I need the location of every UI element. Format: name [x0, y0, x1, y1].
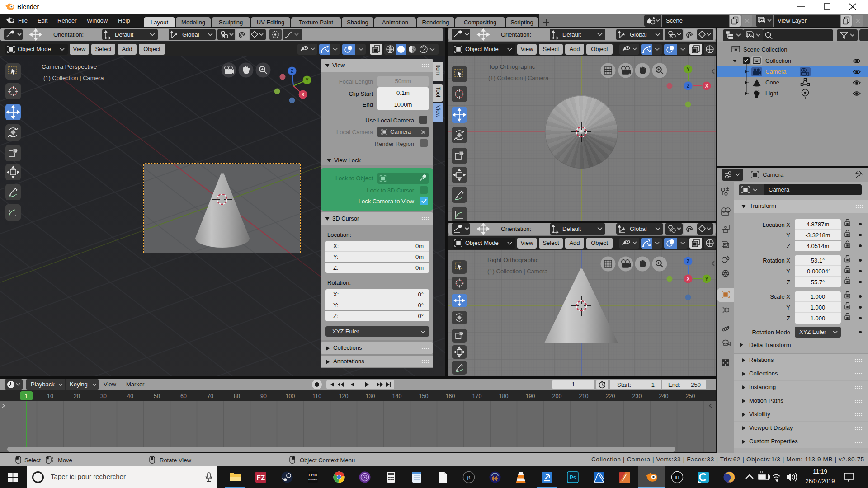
svg-text:Select: Select — [24, 457, 41, 464]
svg-text:80: 80 — [234, 393, 240, 399]
svg-text:X: X — [302, 92, 305, 97]
svg-text:GAMES: GAMES — [308, 478, 317, 481]
svg-text:140: 140 — [392, 393, 402, 399]
svg-text:Rotate View: Rotate View — [160, 457, 191, 464]
svg-text:Top Orthographic: Top Orthographic — [488, 63, 535, 70]
svg-text:Object Context Menu: Object Context Menu — [300, 457, 355, 464]
svg-text:FZ: FZ — [257, 474, 265, 481]
svg-text:90: 90 — [260, 393, 267, 399]
svg-text:Ps: Ps — [570, 474, 576, 481]
svg-text:180: 180 — [499, 393, 509, 399]
svg-text:Move: Move — [58, 457, 72, 464]
svg-text:200: 200 — [552, 393, 562, 399]
svg-text:Z: Z — [291, 69, 293, 74]
svg-text:110: 110 — [312, 393, 321, 399]
svg-text:X: X — [705, 84, 708, 89]
svg-text:20: 20 — [74, 393, 80, 399]
svg-text:250: 250 — [686, 393, 695, 399]
svg-text:Y: Y — [687, 67, 690, 72]
svg-text:Z: Z — [687, 259, 689, 264]
svg-text:(1) Collection | Camera: (1) Collection | Camera — [487, 268, 548, 275]
svg-text:120: 120 — [339, 393, 349, 399]
svg-text:Y: Y — [705, 277, 708, 282]
svg-text:70: 70 — [207, 393, 213, 399]
svg-text:U: U — [675, 474, 679, 481]
svg-text:Camera Perspective: Camera Perspective — [42, 63, 97, 70]
svg-text:160: 160 — [446, 393, 455, 399]
svg-text:Scene Collection: Scene Collection — [743, 46, 788, 53]
svg-text:220: 220 — [606, 393, 615, 399]
svg-text:Camera: Camera — [765, 68, 787, 75]
svg-text:240: 240 — [659, 393, 669, 399]
svg-text:Right Orthographic: Right Orthographic — [487, 257, 539, 263]
svg-text:30: 30 — [100, 393, 107, 399]
svg-text:Y: Y — [306, 78, 309, 83]
svg-text:EPIC: EPIC — [309, 473, 317, 477]
svg-text:60: 60 — [180, 393, 187, 399]
svg-text:(1) Collection | Camera: (1) Collection | Camera — [43, 75, 104, 81]
svg-text:40: 40 — [127, 393, 133, 399]
svg-text:Z: Z — [687, 84, 689, 89]
svg-text:(1) Collection | Camera: (1) Collection | Camera — [488, 75, 549, 81]
svg-text:Collection: Collection — [765, 57, 791, 64]
svg-text:100: 100 — [286, 393, 295, 399]
svg-text:50: 50 — [154, 393, 160, 399]
svg-text:1: 1 — [25, 393, 28, 399]
svg-text:210: 210 — [579, 393, 589, 399]
svg-text:10: 10 — [47, 393, 53, 399]
svg-text:170: 170 — [472, 393, 482, 399]
svg-text:X: X — [687, 277, 690, 282]
svg-text:190: 190 — [526, 393, 535, 399]
svg-text:130: 130 — [366, 393, 375, 399]
svg-text:230: 230 — [632, 393, 642, 399]
svg-text:Cone: Cone — [765, 79, 779, 86]
svg-text:β: β — [467, 475, 470, 480]
svg-text:150: 150 — [419, 393, 429, 399]
svg-text:Light: Light — [765, 90, 778, 97]
